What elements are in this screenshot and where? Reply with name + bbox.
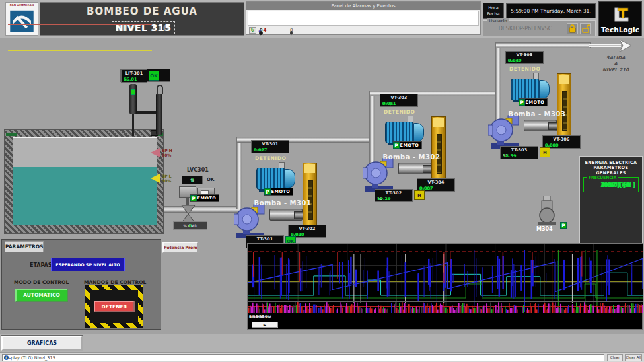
pump-m304-icon xyxy=(535,196,559,225)
pump-m304-label: M304 xyxy=(536,226,553,232)
p-badge: P xyxy=(560,222,567,229)
pump-m304[interactable]: M304 P xyxy=(535,196,572,234)
detener-button[interactable]: DETENER xyxy=(94,301,135,312)
pump-name: Bomba - M303 xyxy=(499,110,575,118)
energia-param-frecuencia: FRECUENCIA49.97 [ Hz ] xyxy=(583,177,639,192)
title-panel: BOMBEO DE AGUA NIVEL 110NIVEL 210NIVEL 3… xyxy=(40,2,244,36)
alarm-counter-value: 0 xyxy=(290,28,293,33)
vt-display[interactable]: VT-301 0.027mm/s xyxy=(251,140,289,153)
salida-arrow-icon xyxy=(588,38,634,54)
level-transmitter[interactable] xyxy=(129,84,137,114)
sp-high-line xyxy=(8,24,152,25)
alarm-panel: Panel de Alarmas y Eventos ⚑ 00▲400 ✓▲↻ xyxy=(246,1,481,35)
pump-assembly-m302: VT-303 0.051mm/s DETENIDO REMOTO P Bomba… xyxy=(364,94,458,203)
energia-param-value: 49.97 [ Hz ] xyxy=(601,182,635,188)
tank-water-level xyxy=(13,167,157,225)
lit-status-badge: OK xyxy=(149,71,159,81)
pump-assembly-m303: VT-305 0.040mm/s DETENIDO REMOTO P Bomba… xyxy=(489,51,583,161)
p-badge: P xyxy=(264,188,271,195)
sp-low-line xyxy=(8,50,152,51)
datetime-display: 5:59:00 PM Thursday, March 31, 2022 xyxy=(506,3,596,18)
techlogic-icon xyxy=(612,5,630,24)
automatico-button[interactable]: AUTOMATICO xyxy=(15,289,68,302)
p-badge: P xyxy=(519,99,525,106)
etapas-label: ETAPAS xyxy=(30,262,52,268)
level-tabs: NIVEL 110NIVEL 210NIVEL 315 xyxy=(47,20,240,35)
tank-315 xyxy=(4,129,164,234)
status-bar: i Display (TLG) Nivel_315 Clear Clear Al… xyxy=(0,352,644,362)
status-message-field[interactable]: i Display (TLG) Nivel_315 xyxy=(2,354,604,361)
pickaxe-icon xyxy=(9,8,34,33)
energia-params: VOLTAJE383.06 [ V ]CORRIENTE0.41 [ A ]PO… xyxy=(583,177,639,246)
modo-control-label: MODO DE CONTROL xyxy=(14,279,69,285)
sp-high-marker[interactable] xyxy=(151,148,160,157)
tt-badge: H xyxy=(540,147,550,157)
timestamp-label: 5:59:00 PM xyxy=(249,314,271,319)
alarm-counter-value: 0 xyxy=(260,28,262,33)
logo-text: PAN AMERICAN xyxy=(6,3,38,7)
tt-badge: H xyxy=(414,190,425,200)
footer-nav: MAINNIVEL 110NIVEL 210NIVEL 315ALARMASGR… xyxy=(0,334,644,352)
tt-display[interactable]: TT-302 19.29°C H xyxy=(375,189,425,202)
alarm-toolbar: ⚑ 00▲400 ✓▲↻ xyxy=(248,26,479,34)
pipe-tank-outlet xyxy=(153,206,240,213)
trend-pen-buttons: LIT-301M301 RunTT-301M302 RunTT-302M303 … xyxy=(162,242,246,330)
shaft-coupling xyxy=(269,209,303,221)
valve-body-icon[interactable] xyxy=(180,205,196,223)
shaft-coupling xyxy=(524,120,557,131)
valve-cmd-display[interactable]: 0 % CMD xyxy=(173,221,207,230)
pen-button-potencia-prom[interactable]: Potencia Prom xyxy=(162,242,199,253)
coupling-guard xyxy=(303,163,317,226)
etapas-status: ESPERANDO SP NIVEL ALTO xyxy=(51,258,125,272)
level-tab-nivel-315[interactable]: NIVEL 315 xyxy=(112,21,176,34)
trend-chart: 5:59:00 PM9:24:4312:50:264:16:097:41:521… xyxy=(247,243,643,330)
clear-button[interactable]: Clear xyxy=(607,354,623,361)
salida-label: SALIDA A NIVEL 210 xyxy=(590,55,641,73)
pump-name: Bomba - M301 xyxy=(244,199,321,207)
clear-all-button[interactable]: Clear All xyxy=(625,354,642,361)
transmitter-led xyxy=(131,89,135,95)
alarm-list[interactable] xyxy=(248,11,479,26)
lit-301-display[interactable]: LIT-301 66.01 % OK xyxy=(120,69,170,82)
pump-assembly-m301: VT-301 0.027mm/s DETENIDO REMOTO P Bomba… xyxy=(235,140,329,250)
lock-open-icon[interactable] xyxy=(580,23,591,34)
valve-tag: LVC301 xyxy=(187,167,209,173)
techlogic-logo: TechLogic xyxy=(598,1,642,36)
lock-closed-icon[interactable] xyxy=(567,23,578,34)
brand-name: TechLogic xyxy=(599,26,641,34)
trend-scroll-button[interactable]: ► xyxy=(252,322,278,328)
vt-display[interactable]: VT-303 0.051mm/s xyxy=(380,94,418,107)
p-badge: P xyxy=(190,195,197,201)
p-badge: P xyxy=(393,142,400,149)
coupling-guard xyxy=(431,116,446,180)
user-group: Usuario DESKTOP-P6FLNVSC xyxy=(483,20,596,36)
valve-status: OK xyxy=(207,177,214,182)
user-group-label: Usuario xyxy=(487,18,509,24)
vt-display[interactable]: VT-305 0.040mm/s xyxy=(505,51,544,64)
tab-parametros[interactable]: PARAMETROS xyxy=(5,241,44,252)
shaft-coupling xyxy=(398,163,431,174)
commands-panel: COMANDOSPARAMETROS ETAPAS ESPERANDO SP N… xyxy=(1,239,161,330)
refresh-icon[interactable]: ↻ xyxy=(249,27,256,34)
alarm-counter-dot[interactable]: 0 xyxy=(258,28,262,33)
commands-tabs: COMANDOSPARAMETROS xyxy=(5,241,159,252)
sp-high-label: SP H 80% xyxy=(162,148,172,157)
level-probe xyxy=(156,94,162,135)
user-name: DESKTOP-P6FLNVSC xyxy=(489,26,561,32)
pump-state: DETENIDO xyxy=(384,109,415,115)
tt-display[interactable]: TT-303 18.59°C H xyxy=(500,146,550,159)
pump-name: Bomba - M302 xyxy=(373,153,450,161)
valve-feedback-display[interactable]: 0 % xyxy=(182,176,203,184)
sp-low-marker[interactable] xyxy=(151,174,160,183)
tank-interior xyxy=(13,137,157,225)
alarm-counter-bell[interactable]: 0 xyxy=(289,28,293,33)
sp-low-label: SP L 50% xyxy=(162,174,172,183)
coupling-guard xyxy=(557,73,571,137)
energia-param-label: FRECUENCIA xyxy=(587,175,618,180)
nav-button-graficas[interactable]: GRAFICAS xyxy=(1,336,83,351)
energia-panel: ENERGIA ELECTRICA PARAMETROS GENERALES V… xyxy=(579,156,643,248)
pump-state: DETENIDO xyxy=(509,66,540,72)
pump-state: DETENIDO xyxy=(255,155,286,161)
page-title: BOMBEO DE AGUA xyxy=(40,5,244,17)
trend-plot[interactable] xyxy=(248,244,643,313)
